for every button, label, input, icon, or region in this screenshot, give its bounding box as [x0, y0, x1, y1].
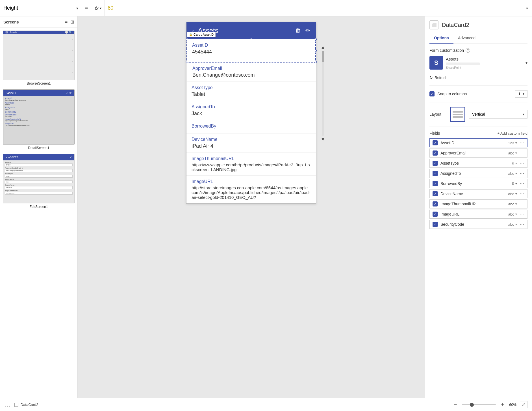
property-selector[interactable]: Height ▾ — [0, 0, 82, 16]
snap-columns-dropdown[interactable]: 1 ▾ — [515, 90, 527, 98]
field-more-imagethumb[interactable]: ··· — [520, 201, 524, 206]
field-name-imageurl: ImageURL — [440, 212, 505, 216]
equals-sign: = — [82, 0, 91, 16]
imageurl-label: ImageURL — [192, 179, 311, 184]
field-more-assetid[interactable]: ··· — [520, 140, 524, 145]
field-checkbox-approver[interactable]: ✓ — [433, 150, 438, 156]
refresh-button[interactable]: ↻ Refresh — [429, 74, 527, 81]
fx-chevron-icon: ▾ — [99, 6, 101, 10]
divider-3 — [429, 126, 527, 126]
field-type-imagethumb[interactable]: abc ▾ — [508, 202, 517, 206]
field-name-assettype: AssetType — [440, 161, 509, 165]
tab-advanced[interactable]: Advanced — [453, 33, 480, 44]
field-row-approver[interactable]: ✓ ApproverEmail abc ▾ ··· — [429, 149, 527, 158]
panel-icon: ⬜ — [432, 23, 437, 27]
phone-frame: ‹ Assets 🗑 ✏ 🔒 Card : AssetID — [186, 22, 316, 204]
grid-view-icon[interactable]: ⊞ — [70, 19, 74, 25]
edit-pen-icon[interactable]: ✏ — [305, 27, 310, 34]
card-tooltip: 🔒 Card : AssetID — [187, 32, 216, 37]
field-checkbox-borrowedby[interactable]: ✓ — [433, 181, 438, 186]
bottom-controls: − + 60% ⤢ — [452, 401, 527, 408]
delete-icon[interactable]: 🗑 — [295, 27, 301, 34]
field-more-securitycode[interactable]: ··· — [520, 222, 524, 227]
panel-header: ⬜ DataCard2 Options Advanced — [425, 16, 532, 44]
field-row-imagethumb[interactable]: ✓ ImageThumbnailURL abc ▾ ··· — [429, 199, 527, 208]
field-name-assignedto: AssignedTo — [440, 171, 505, 176]
screen-item-edit[interactable]: ✕ ASSETS ✓ AssetID 4545444 ApproverEmail… — [3, 154, 75, 210]
sp-provider — [446, 63, 480, 65]
field-name-imagethumb: ImageThumbnailURL — [440, 202, 505, 206]
fields-header: Fields + Add custom field — [429, 131, 527, 135]
field-card-imageurl: ImageURL http://store.storeimages.cdn-ap… — [186, 176, 316, 203]
borrowedby-type-chevron: ▾ — [515, 182, 517, 186]
field-type-assignedto[interactable]: abc ▾ — [508, 171, 517, 176]
field-card-assignedto: AssignedTo Jack — [186, 101, 316, 120]
formula-bar[interactable]: fx ▾ 80 ▾ — [91, 0, 532, 16]
list-view-icon[interactable]: ≡ — [65, 19, 68, 25]
field-type-securitycode[interactable]: abc ▾ — [508, 222, 517, 227]
zoom-plus-button[interactable]: + — [499, 401, 506, 408]
field-checkbox-assignedto[interactable]: ✓ — [433, 171, 438, 176]
field-row-borrowedby[interactable]: ✓ BorrowedBy ⊞ ▾ ··· — [429, 179, 527, 188]
browse-thumbnail: ▤ Assets ⚪ 🔍 › — [3, 31, 75, 80]
scroll-thumb[interactable] — [322, 51, 324, 62]
formula-value[interactable]: 80 — [108, 5, 523, 11]
field-type-assettype[interactable]: ⊞ ▾ — [511, 161, 517, 165]
bottom-dots-menu[interactable]: ... — [5, 401, 11, 408]
right-panel: ⬜ DataCard2 Options Advanced Form custom… — [425, 16, 532, 398]
edit-screen-label: EditScreen1 — [3, 205, 75, 210]
property-label: Height — [3, 5, 74, 11]
layout-row: Layout Vertical ▾ — [429, 107, 527, 122]
field-checkbox-assettype[interactable]: ✓ — [433, 161, 438, 166]
field-checkbox-securitycode[interactable]: ✓ — [433, 222, 438, 227]
field-checkbox-devicename[interactable]: ✓ — [433, 191, 438, 196]
tab-options[interactable]: Options — [429, 33, 453, 44]
snap-checkbox[interactable]: ✓ — [429, 91, 435, 96]
field-row-securitycode[interactable]: ✓ SecurityCode abc ▾ ··· — [429, 220, 527, 229]
formula-chevron-icon: ▾ — [526, 6, 528, 10]
field-row-assignedto[interactable]: ✓ AssignedTo abc ▾ ··· — [429, 169, 527, 178]
refresh-label: Refresh — [435, 76, 448, 80]
field-name-approver: ApproverEmail — [440, 151, 505, 155]
devicename-label: DeviceName — [192, 137, 311, 142]
screen-item-detail[interactable]: ‹ ASSETS 🖊 🗑 AssetID Ben.Change@contoso.… — [3, 89, 75, 151]
field-type-borrowedby[interactable]: ⊞ ▾ — [511, 182, 517, 186]
field-row-assettype[interactable]: ✓ AssetType ⊞ ▾ ··· — [429, 159, 527, 168]
panel-tabs: Options Advanced — [429, 33, 527, 44]
zoom-minus-button[interactable]: − — [452, 401, 459, 408]
canvas-area[interactable]: ▲ ▼ ‹ Assets 🗑 ✏ — [78, 16, 425, 398]
layout-dropdown[interactable]: Vertical ▾ — [469, 110, 527, 119]
field-row-devicename[interactable]: ✓ DeviceName abc ▾ ··· — [429, 189, 527, 198]
snap-columns-value: 1 — [518, 92, 520, 96]
scroll-up-icon[interactable]: ▲ — [321, 45, 325, 50]
field-more-imageurl[interactable]: ··· — [520, 212, 524, 217]
field-type-imageurl[interactable]: abc ▾ — [508, 212, 517, 216]
assetid-card[interactable]: AssetID 4545444 — [187, 39, 315, 62]
expand-button[interactable]: ⤢ — [520, 401, 527, 408]
zoom-slider[interactable] — [462, 404, 496, 405]
securitycode-type-chevron: ▾ — [515, 223, 517, 226]
assetid-label: AssetID — [192, 43, 310, 48]
help-icon[interactable]: ? — [466, 48, 470, 53]
breadcrumb-checkbox[interactable] — [14, 403, 18, 407]
add-custom-field-button[interactable]: + Add custom field — [497, 131, 527, 135]
sp-chevron-icon[interactable]: ▾ — [526, 61, 527, 65]
fx-button[interactable]: fx ▾ — [95, 0, 105, 16]
field-more-borrowedby[interactable]: ··· — [520, 181, 524, 186]
field-checkbox-imageurl[interactable]: ✓ — [433, 212, 438, 217]
screen-item-browse[interactable]: ▤ Assets ⚪ 🔍 › — [3, 31, 75, 87]
scroll-down-icon[interactable]: ▼ — [321, 137, 325, 142]
field-type-assetid[interactable]: 123 ▾ — [508, 141, 517, 145]
field-more-approver[interactable]: ··· — [520, 150, 524, 156]
field-row-assetid[interactable]: ✓ AssetID 123 ▾ ··· — [429, 138, 527, 147]
field-more-devicename[interactable]: ··· — [520, 191, 524, 196]
field-type-approver[interactable]: abc ▾ — [508, 151, 517, 155]
field-more-assignedto[interactable]: ··· — [520, 171, 524, 176]
field-checkbox-assetid[interactable]: ✓ — [433, 140, 438, 145]
field-checkbox-imagethumb[interactable]: ✓ — [433, 201, 438, 206]
field-row-imageurl[interactable]: ✓ ImageURL abc ▾ ··· — [429, 210, 527, 219]
field-more-assettype[interactable]: ··· — [520, 161, 524, 166]
field-type-devicename[interactable]: abc ▾ — [508, 192, 517, 196]
screens-header: Screens ≡ ⊞ — [0, 16, 77, 28]
layout-option-vertical[interactable] — [450, 107, 465, 122]
